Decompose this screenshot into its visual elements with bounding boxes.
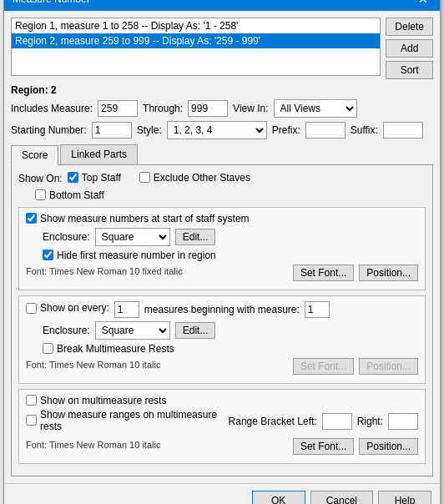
exclude-other-staves-checkbox[interactable] — [139, 172, 150, 183]
prefix-input[interactable] — [305, 122, 346, 139]
show-ranges-row: Show measure ranges on multimeasure rest… — [26, 409, 418, 435]
suffix-input[interactable] — [383, 122, 423, 139]
show-ranges-checkbox[interactable] — [26, 415, 37, 426]
sort-button[interactable]: Sort — [386, 61, 433, 79]
includes-measure-label: Includes Measure: — [11, 103, 93, 114]
dialog-title: Measure Number — [13, 0, 90, 5]
top-staff-check-row[interactable]: Top Staff — [68, 172, 121, 184]
cancel-button[interactable]: Cancel — [310, 491, 373, 505]
bottom-staff-check-row[interactable]: Bottom Staff — [35, 189, 104, 201]
break-multi-checkbox[interactable] — [43, 343, 53, 354]
hide-first-label: Hide first measure number in region — [57, 249, 216, 261]
show-every-checkbox[interactable] — [26, 303, 37, 314]
right-label: Right: — [357, 416, 383, 427]
font2-row: Font: Times New Roman 10 italic Set Font… — [26, 358, 418, 375]
bottom-staff-row: Bottom Staff — [35, 189, 426, 204]
show-multimeasure-checkbox[interactable] — [26, 395, 37, 406]
show-every-check-row[interactable]: Show on every: — [26, 302, 109, 314]
dialog-footer: OK Cancel Help — [4, 483, 440, 505]
includes-measure-row: Includes Measure: Through: View In: All … — [11, 99, 433, 118]
add-button[interactable]: Add — [386, 39, 433, 58]
show-multimeasure-label: Show on multimeasure rests — [40, 395, 166, 406]
region-item-1[interactable]: Region 1, measure 1 to 258 -- Display As… — [12, 18, 380, 33]
starting-number-input[interactable] — [92, 122, 132, 139]
exclude-other-staves-label: Exclude Other Staves — [154, 172, 250, 184]
show-every-label: Show on every: — [40, 302, 109, 314]
close-button[interactable]: ✕ — [415, 0, 431, 6]
enclosure1-label: Enclosure: — [43, 231, 90, 243]
starting-number-label: Starting Number: — [11, 124, 87, 136]
exclude-other-staves-row[interactable]: Exclude Other Staves — [139, 172, 250, 184]
tab-linked-parts[interactable]: Linked Parts — [60, 144, 138, 164]
show-at-start-checkbox[interactable] — [26, 213, 37, 224]
measures-label: measures beginning with measure: — [144, 304, 300, 315]
region-list-section: Region 1, measure 1 to 258 -- Display As… — [11, 18, 433, 79]
suffix-label: Suffix: — [351, 124, 378, 136]
region-label: Region: 2 — [11, 84, 433, 96]
top-staff-label: Top Staff — [82, 172, 121, 184]
bottom-staff-checkbox[interactable] — [35, 189, 46, 200]
show-multimeasure-row[interactable]: Show on multimeasure rests — [26, 395, 418, 406]
tab-content-score: Show On: Top Staff Exclude Other Staves … — [11, 165, 433, 476]
title-bar: Measure Number ✕ — [4, 0, 440, 11]
position1-button[interactable]: Position... — [359, 265, 418, 281]
show-every-row: Show on every: measures beginning with m… — [26, 301, 418, 318]
measure-number-dialog: Measure Number ✕ Region 1, measure 1 to … — [3, 0, 441, 504]
section3: Show on multimeasure rests Show measure … — [18, 389, 426, 464]
region-list[interactable]: Region 1, measure 1 to 258 -- Display As… — [11, 18, 381, 76]
show-on-label: Show On: — [18, 173, 63, 184]
region-buttons: Delete Add Sort — [386, 18, 433, 79]
help-button[interactable]: Help — [378, 491, 431, 505]
font1-row: Font: Times New Roman 10 fixed italic Se… — [26, 265, 418, 281]
view-in-label: View In: — [233, 103, 268, 114]
delete-button[interactable]: Delete — [386, 18, 433, 36]
beginning-input[interactable] — [305, 301, 330, 318]
font1-label: Font: Times New Roman 10 fixed italic — [26, 266, 183, 276]
enclosure2-row: Enclosure: Square None Circle Edit... — [43, 321, 418, 340]
show-ranges-check-row[interactable]: Show measure ranges on multimeasure rest… — [26, 409, 219, 432]
enclosure1-row: Enclosure: Square None Circle Diamond Ed… — [43, 228, 418, 246]
through-label: Through: — [143, 103, 183, 114]
font3-label: Font: Times New Roman 10 italic — [26, 440, 160, 450]
hide-first-checkbox[interactable] — [43, 249, 53, 260]
set-font3-button[interactable]: Set Font... — [293, 438, 354, 455]
edit1-button[interactable]: Edit... — [175, 229, 216, 245]
includes-measure-input[interactable] — [98, 100, 138, 117]
bottom-staff-label: Bottom Staff — [49, 189, 104, 201]
show-at-start-row[interactable]: Show measure numbers at start of staff s… — [26, 213, 418, 224]
hide-first-check-row[interactable]: Hide first measure number in region — [43, 249, 418, 261]
set-font2-button[interactable]: Set Font... — [293, 358, 354, 375]
section1: Show measure numbers at start of staff s… — [18, 207, 426, 290]
set-font1-button[interactable]: Set Font... — [293, 265, 354, 281]
starting-number-row: Starting Number: Style: 1, 2, 3, 4 i, ii… — [11, 121, 433, 139]
tab-score[interactable]: Score — [11, 145, 58, 165]
view-in-select[interactable]: All Views Score Parts — [274, 99, 357, 118]
top-staff-checkbox[interactable] — [68, 172, 78, 183]
break-multi-check-row[interactable]: Break Multimeasure Rests — [43, 343, 418, 355]
enclosure1-select[interactable]: Square None Circle Diamond — [95, 228, 170, 246]
style-select[interactable]: 1, 2, 3, 4 i, ii, iii I, II, III a, b, c… — [167, 121, 267, 139]
show-ranges-label: Show measure ranges on multimeasure rest… — [40, 409, 219, 432]
range-bracket-left-input[interactable] — [322, 413, 352, 430]
region-item-2[interactable]: Region 2, measure 259 to 999 -- Display … — [12, 33, 380, 48]
section2: Show on every: measures beginning with m… — [18, 295, 426, 384]
font3-row: Font: Times New Roman 10 italic Set Font… — [26, 438, 418, 455]
break-multi-label: Break Multimeasure Rests — [57, 343, 174, 355]
position2-button[interactable]: Position... — [359, 358, 418, 375]
show-on-row: Show On: Top Staff Exclude Other Staves — [18, 172, 426, 186]
position3-button[interactable]: Position... — [359, 438, 418, 455]
right-input[interactable] — [388, 413, 418, 430]
ok-button[interactable]: OK — [252, 491, 305, 505]
range-bracket-left-label: Range Bracket Left: — [229, 416, 317, 427]
prefix-label: Prefix: — [272, 124, 300, 136]
break-multimeasure-row: Break Multimeasure Rests — [43, 343, 418, 355]
show-at-start-label: Show measure numbers at start of staff s… — [40, 213, 250, 224]
enclosure2-label: Enclosure: — [43, 325, 90, 336]
edit2-button[interactable]: Edit... — [175, 322, 216, 339]
through-input[interactable] — [188, 100, 228, 117]
show-every-input[interactable] — [114, 301, 139, 318]
tabs: Score Linked Parts — [11, 144, 433, 165]
hide-first-row: Hide first measure number in region — [43, 249, 418, 261]
enclosure2-select[interactable]: Square None Circle — [95, 321, 170, 340]
style-label: Style: — [137, 124, 162, 136]
